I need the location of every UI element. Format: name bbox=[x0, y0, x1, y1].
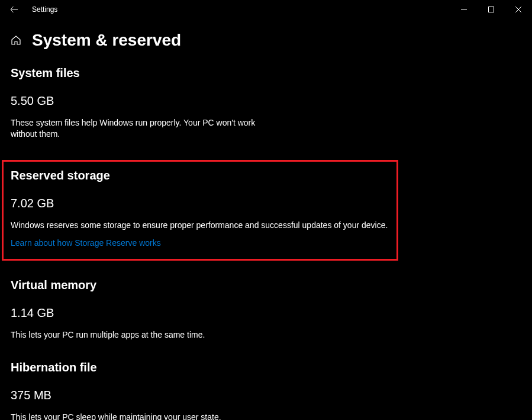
close-button[interactable] bbox=[505, 0, 532, 19]
svg-rect-1 bbox=[489, 7, 494, 12]
back-arrow-icon bbox=[9, 5, 19, 14]
section-reserved-storage: Reserved storage 7.02 GB Windows reserve… bbox=[2, 160, 398, 261]
close-icon bbox=[515, 7, 521, 12]
section-title: Virtual memory bbox=[11, 278, 532, 292]
home-icon[interactable] bbox=[11, 35, 21, 48]
minimize-icon bbox=[461, 7, 467, 12]
maximize-button[interactable] bbox=[478, 0, 505, 19]
section-title: Hibernation file bbox=[11, 361, 532, 374]
section-value: 7.02 GB bbox=[11, 197, 389, 210]
section-title: System files bbox=[11, 66, 532, 80]
main-content: System files 5.50 GB These system files … bbox=[0, 50, 532, 420]
section-desc: This lets your PC run multiple apps at t… bbox=[11, 329, 389, 341]
page-header: System & reserved bbox=[0, 19, 532, 50]
section-system-files: System files 5.50 GB These system files … bbox=[11, 66, 532, 140]
section-virtual-memory: Virtual memory 1.14 GB This lets your PC… bbox=[11, 278, 532, 341]
window-title: Settings bbox=[32, 5, 57, 14]
window-controls bbox=[450, 0, 532, 19]
section-value: 5.50 GB bbox=[11, 94, 532, 108]
minimize-button[interactable] bbox=[450, 0, 478, 19]
section-value: 1.14 GB bbox=[11, 306, 532, 320]
section-desc: This lets your PC sleep while maintainin… bbox=[11, 412, 389, 420]
section-value: 375 MB bbox=[11, 389, 532, 402]
page-title: System & reserved bbox=[32, 31, 181, 50]
section-desc: Windows reserves some storage to ensure … bbox=[11, 220, 389, 231]
section-title: Reserved storage bbox=[11, 169, 389, 182]
maximize-icon bbox=[488, 7, 494, 12]
section-desc: These system files help Windows run prop… bbox=[11, 117, 265, 140]
section-hibernation-file: Hibernation file 375 MB This lets your P… bbox=[11, 361, 532, 420]
titlebar: Settings bbox=[0, 0, 532, 19]
storage-reserve-link[interactable]: Learn about how Storage Reserve works bbox=[11, 238, 161, 248]
back-button[interactable] bbox=[5, 0, 24, 19]
